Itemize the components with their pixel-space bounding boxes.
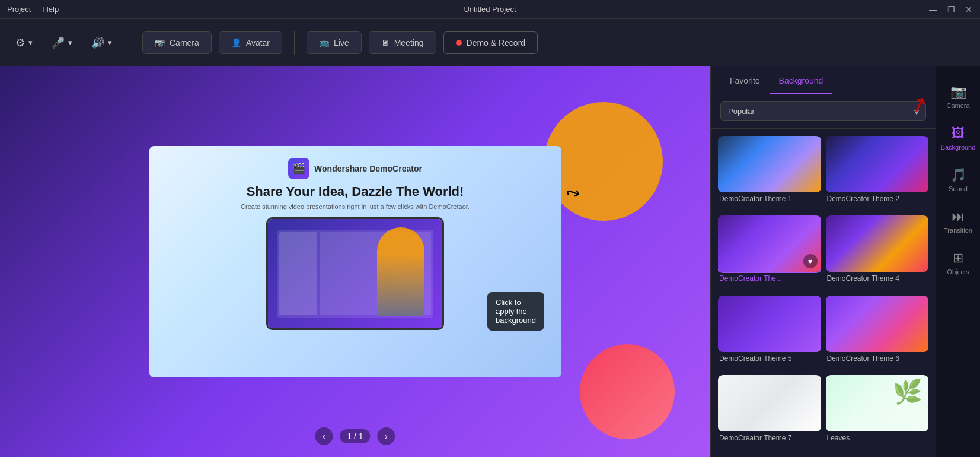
background-thumb-6 (826, 296, 929, 352)
microphone-icon: 🎤 (52, 36, 65, 49)
objects-icon: ⊞ (953, 250, 963, 266)
filter-section: Popular Recent Nature Abstract (711, 94, 936, 129)
title-bar: Project Help Untitled Project — ❐ ✕ (0, 0, 980, 19)
panel-tabs: Favorite Background (711, 66, 936, 94)
background-item-6[interactable]: DemoCreator Theme 6 (826, 296, 929, 370)
background-thumb-4 (826, 215, 929, 272)
title-bar-menu: Project Help (7, 5, 59, 14)
background-thumb-5 (718, 296, 821, 352)
background-thumb-2 (826, 136, 929, 192)
icon-sidebar: 📷 Camera 🖼 Background 🎵 Sound ⏭ Transiti… (936, 66, 980, 457)
filter-dropdown-wrapper: Popular Recent Nature Abstract (720, 101, 926, 121)
background-label-1: DemoCreator Theme 1 (718, 192, 821, 207)
background-thumb-3: ♥ (718, 215, 821, 272)
background-item-7[interactable]: DemoCreator Theme 7 (718, 375, 821, 450)
window-controls: — ❐ ✕ (929, 5, 973, 14)
sidebar-item-objects[interactable]: ⊞ Objects (938, 245, 978, 281)
background-item-4[interactable]: DemoCreator Theme 4 (826, 215, 929, 290)
window-title: Untitled Project (464, 5, 516, 14)
camera-mode-icon: 📷 (155, 38, 165, 47)
speaker-button[interactable]: 🔊 ▾ (85, 33, 118, 53)
live-mode-label: Live (334, 38, 349, 47)
preview-slide: 🎬 Wondershare DemoCreator Share Your Ide… (149, 146, 561, 377)
background-icon: 🖼 (952, 126, 965, 141)
heart-button-3[interactable]: ♥ (803, 254, 818, 268)
slide-logo-text: Wondershare DemoCreator (314, 164, 422, 173)
prev-page-button[interactable]: ‹ (315, 427, 333, 445)
page-info: 1 / 1 (340, 429, 370, 443)
toolbar-separator-2 (294, 31, 295, 55)
background-label-8: Leaves (826, 431, 929, 446)
pagination: ‹ 1 / 1 › (315, 427, 395, 445)
speaker-dropdown-arrow: ▾ (108, 38, 112, 47)
record-indicator (456, 40, 462, 46)
background-thumb-7 (718, 375, 821, 431)
tab-background[interactable]: Background (770, 66, 833, 94)
filter-dropdown[interactable]: Popular Recent Nature Abstract (720, 101, 926, 121)
sidebar-item-transition[interactable]: ⏭ Transition (938, 203, 978, 240)
slide-logo-icon: 🎬 (288, 158, 309, 179)
background-label-2: DemoCreator Theme 2 (826, 192, 929, 207)
background-item-3[interactable]: ♥DemoCreator The... (718, 215, 821, 290)
microphone-button[interactable]: 🎤 ▾ (46, 33, 78, 53)
meeting-mode-icon: 🖥 (381, 38, 390, 47)
slide-logo: 🎬 Wondershare DemoCreator (288, 158, 422, 179)
camera-icon: 📷 (950, 84, 966, 100)
preview-area: 🎬 Wondershare DemoCreator Share Your Ide… (0, 66, 710, 457)
background-label-4: DemoCreator Theme 4 (826, 272, 929, 286)
camera-mode-label: Camera (170, 38, 199, 47)
avatar-mode-label: Avatar (246, 38, 270, 47)
close-button[interactable]: ✕ (965, 5, 973, 14)
camera-mode-button[interactable]: 📷 Camera (142, 31, 212, 54)
meeting-mode-button[interactable]: 🖥 Meeting (369, 31, 436, 54)
slide-subtitle: Create stunning video presentations righ… (241, 203, 470, 210)
sound-icon: 🎵 (950, 167, 966, 183)
background-thumb-1 (718, 136, 821, 192)
deco-yellow-circle (544, 102, 663, 221)
mic-dropdown-arrow: ▾ (68, 38, 72, 47)
background-item-8[interactable]: Leaves (826, 375, 929, 450)
background-item-5[interactable]: DemoCreator Theme 5 (718, 296, 821, 370)
settings-icon: ⚙ (15, 36, 25, 49)
transition-sidebar-label: Transition (944, 227, 972, 234)
background-sidebar-label: Background (941, 144, 976, 151)
live-mode-button[interactable]: 📺 Live (307, 31, 362, 54)
tooltip-text: Click to apply the background (496, 298, 536, 325)
background-label-5: DemoCreator Theme 5 (718, 352, 821, 366)
tab-favorite[interactable]: Favorite (720, 66, 770, 94)
live-mode-icon: 📺 (319, 38, 329, 47)
objects-sidebar-label: Objects (947, 268, 969, 275)
slide-title: Share Your Idea, Dazzle The World! (247, 184, 464, 199)
menu-project[interactable]: Project (7, 5, 31, 14)
slide-device (266, 217, 444, 330)
minimize-button[interactable]: — (929, 5, 937, 14)
background-label-3: DemoCreator The... (718, 272, 821, 286)
sidebar-item-sound[interactable]: 🎵 Sound (938, 161, 978, 198)
toolbar: ⚙ ▾ 🎤 ▾ 🔊 ▾ 📷 Camera 👤 Avatar 📺 Live 🖥 M… (0, 19, 980, 66)
menu-help[interactable]: Help (43, 5, 59, 14)
background-thumb-8 (826, 375, 929, 431)
sidebar-item-camera[interactable]: 📷 Camera (938, 78, 978, 115)
background-item-2[interactable]: DemoCreator Theme 2 (826, 136, 929, 211)
settings-button[interactable]: ⚙ ▾ (9, 33, 39, 53)
avatar-mode-button[interactable]: 👤 Avatar (219, 31, 282, 54)
settings-dropdown-arrow: ▾ (28, 38, 33, 47)
demo-record-button[interactable]: Demo & Record (443, 31, 538, 54)
background-grid: DemoCreator Theme 1DemoCreator Theme 2♥D… (711, 129, 936, 457)
speaker-icon: 🔊 (91, 36, 104, 49)
next-page-button[interactable]: › (378, 427, 395, 445)
background-label-7: DemoCreator Theme 7 (718, 431, 821, 446)
meeting-mode-label: Meeting (394, 38, 424, 47)
tooltip-box: Click to apply the background (487, 292, 544, 331)
main-content: 🎬 Wondershare DemoCreator Share Your Ide… (0, 66, 980, 457)
camera-sidebar-label: Camera (946, 102, 969, 109)
sidebar-item-background[interactable]: 🖼 Background (938, 120, 978, 157)
deco-pink-circle (580, 344, 675, 439)
background-item-1[interactable]: DemoCreator Theme 1 (718, 136, 821, 211)
transition-icon: ⏭ (952, 209, 965, 224)
toolbar-separator-1 (130, 31, 130, 55)
avatar-mode-icon: 👤 (231, 38, 241, 47)
maximize-button[interactable]: ❐ (947, 5, 955, 14)
background-panel: Favorite Background Popular Recent Natur… (710, 66, 936, 457)
background-label-6: DemoCreator Theme 6 (826, 352, 929, 366)
